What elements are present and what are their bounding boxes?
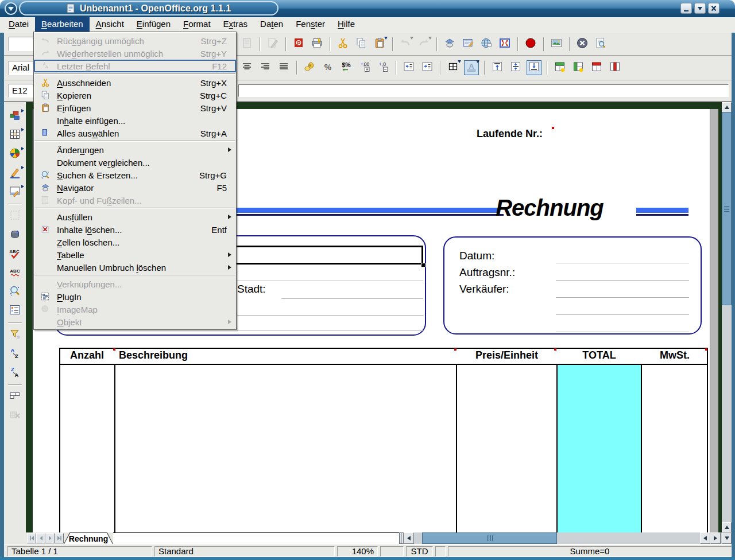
last-sheet-button[interactable] [55, 533, 64, 543]
decrease-indent-button[interactable] [401, 60, 416, 75]
fill-handle[interactable] [421, 263, 425, 267]
dropdown-arrow-icon[interactable] [21, 109, 24, 112]
delete-column-button[interactable] [608, 60, 622, 75]
formula-input[interactable] [238, 84, 729, 97]
dropdown-arrow-icon[interactable] [410, 37, 413, 40]
menubar-item-extras[interactable]: Extras [217, 17, 254, 33]
autofilter-button[interactable] [7, 327, 23, 343]
dropdown-arrow-icon[interactable] [21, 166, 24, 169]
dropdown-arrow-icon[interactable] [458, 60, 461, 63]
menubar-item-daten[interactable]: Daten [254, 17, 289, 33]
status-field-zoom[interactable]: 140% [337, 546, 378, 557]
first-sheet-button[interactable] [27, 533, 36, 543]
export-pdf-button[interactable] [291, 37, 306, 52]
menu-item-alles-ausw-hlen[interactable]: Alles auswählenStrg+A [34, 127, 236, 139]
menu-item-navigator[interactable]: NavigatorF5 [34, 181, 236, 194]
vertical-scrollbar[interactable] [722, 102, 732, 544]
sort-descending-button[interactable]: ZA [7, 365, 23, 381]
fullscreen-button[interactable] [497, 37, 512, 52]
menubar-item-hilfe[interactable]: Hilfe [331, 17, 361, 33]
minimize-button[interactable] [680, 3, 692, 14]
insert-row-button[interactable] [552, 60, 567, 75]
close-button[interactable] [708, 3, 719, 14]
next-sheet-button[interactable] [45, 533, 55, 543]
menu-item-kopieren[interactable]: KopierenStrg+C [34, 89, 236, 102]
load-url-field[interactable] [9, 37, 37, 51]
draw-functions-button[interactable] [7, 165, 23, 181]
align-justify-button[interactable] [276, 60, 291, 75]
menubar-item-datei[interactable]: Datei [2, 17, 35, 33]
dropdown-arrow-icon[interactable] [21, 147, 24, 150]
align-bottom-button[interactable] [527, 60, 541, 75]
web-button[interactable] [479, 37, 494, 52]
currency-format-button[interactable]: $% [339, 60, 354, 75]
insert-button[interactable] [7, 108, 23, 125]
horizontal-scrollbar[interactable] [399, 532, 722, 544]
sheet-tab-rechnung[interactable]: Rechnung [64, 532, 113, 544]
menubar-item-format[interactable]: Format [177, 17, 217, 33]
autospellcheck-button[interactable]: ABC [7, 265, 23, 281]
scroll-up-button[interactable] [722, 102, 732, 112]
menu-item-ausschneiden[interactable]: AusschneidenStrg+X [34, 76, 236, 89]
menubar-item-bearbeiten[interactable]: Bearbeiten [35, 17, 90, 33]
images-button[interactable] [549, 37, 564, 52]
increase-indent-button[interactable] [420, 60, 435, 75]
previous-sheet-button[interactable] [36, 533, 45, 543]
add-decimal-button[interactable]: +,00 [357, 60, 372, 75]
scroll-down-button[interactable] [722, 532, 732, 544]
align-center-button[interactable] [239, 60, 254, 75]
dropdown-arrow-icon[interactable] [476, 60, 479, 63]
align-middle-button[interactable] [508, 60, 523, 75]
cell-reference-box[interactable]: E12 [9, 84, 37, 98]
stop-button[interactable] [575, 37, 590, 52]
menu-item-inhalte-l-schen[interactable]: Inhalte löschen...Entf [34, 223, 236, 236]
currency-button[interactable] [302, 60, 317, 75]
find-replace-button[interactable] [7, 284, 23, 300]
scroll-left-button-end[interactable] [700, 532, 710, 544]
menu-item-zellen-l-schen[interactable]: Zellen löschen... [34, 236, 236, 248]
menubar-item-fenster[interactable]: Fenster [289, 17, 331, 33]
scroll-right-button[interactable] [710, 532, 721, 544]
percent-button[interactable]: % [320, 60, 335, 75]
form-controls-button[interactable] [7, 184, 23, 200]
font-name-field[interactable]: Arial [9, 61, 37, 75]
copy-button[interactable] [354, 37, 369, 52]
menubar-item-einf-gen[interactable]: Einfügen [130, 17, 177, 33]
redo-button[interactable] [416, 37, 431, 52]
align-top-button[interactable] [490, 60, 505, 75]
scroll-up-button-bottom[interactable] [722, 522, 732, 532]
edit-file-button[interactable] [265, 37, 280, 52]
menu-item-ausf-llen[interactable]: Ausfüllen [34, 211, 236, 223]
insert-frame-button[interactable] [7, 208, 23, 224]
shade-button[interactable] [694, 3, 706, 14]
horizontal-scrollbar-thumb[interactable] [422, 532, 557, 544]
new-doc-button[interactable] [239, 37, 254, 52]
sort-ascending-button[interactable]: AZ [7, 346, 23, 362]
insert-cells-button[interactable] [7, 127, 23, 143]
status-field-mode[interactable]: STD [406, 546, 433, 557]
menu-item-inhalte-einf-gen[interactable]: Inhalte einfügen... [34, 114, 236, 127]
scroll-left-button[interactable] [404, 532, 414, 544]
menu-item-tabelle[interactable]: Tabelle [34, 248, 236, 261]
menu-item-einf-gen[interactable]: EinfügenStrg+V [34, 102, 236, 114]
menubar-item-ansicht[interactable]: Ansicht [90, 17, 130, 33]
menu-item-suchen-ersetzen[interactable]: Suchen & Ersetzen...Strg+G [34, 169, 236, 181]
ungroup-button[interactable] [7, 408, 23, 424]
page-preview-button[interactable] [593, 37, 608, 52]
insert-chart-button[interactable] [7, 146, 23, 162]
insert-column-button[interactable] [571, 60, 586, 75]
align-right-button[interactable] [258, 60, 273, 75]
delete-row-button[interactable] [589, 60, 604, 75]
dropdown-arrow-icon[interactable] [428, 37, 432, 40]
split-handle[interactable] [399, 532, 404, 544]
dropdown-arrow-icon[interactable] [384, 37, 388, 40]
cut-button[interactable] [335, 37, 350, 52]
undo-button[interactable] [398, 37, 413, 52]
navigator-button[interactable] [442, 37, 457, 52]
dropdown-arrow-icon[interactable] [21, 128, 24, 131]
menu-item-plugin[interactable]: PlugIn [34, 290, 236, 303]
remove-decimal-button[interactable]: +,0 [376, 60, 390, 75]
gallery-button[interactable] [461, 37, 475, 52]
data-sources-button[interactable] [7, 303, 23, 319]
menu-item-nderungen[interactable]: Änderungen [34, 143, 236, 156]
